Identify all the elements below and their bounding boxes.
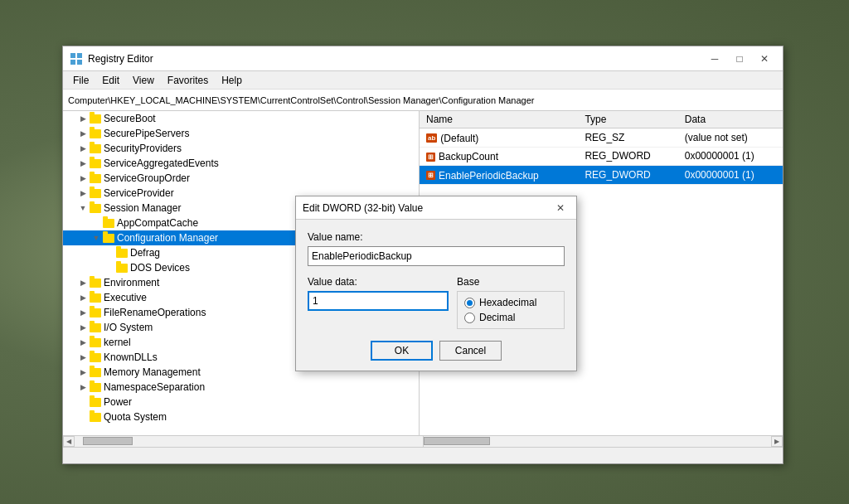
col-data: Data	[678, 111, 783, 128]
window-controls: ─ □ ✕	[703, 50, 776, 68]
expand-icon: ▶	[76, 174, 90, 182]
table-row[interactable]: ⊞ BackupCount REG_DWORD 0x00000001 (1)	[420, 147, 783, 166]
base-label: Base	[457, 276, 565, 288]
tree-item-secureboot[interactable]: ▶ SecureBoot	[63, 111, 419, 126]
menu-favorites[interactable]: Favorites	[161, 73, 215, 88]
close-button[interactable]: ✕	[753, 50, 776, 68]
menu-view[interactable]: View	[126, 73, 161, 88]
base-col: Base Hexadecimal Decimal	[457, 276, 565, 329]
reg-icon-hex2: ⊞ EnablePeriodicBackup	[426, 170, 539, 182]
dialog-row: Value data: Base Hexadecimal Decimal	[308, 276, 565, 329]
folder-icon	[116, 249, 128, 258]
tree-label: Memory Management	[104, 366, 201, 378]
tree-item-serviceaggregatedevents[interactable]: ▶ ServiceAggregatedEvents	[63, 156, 419, 171]
value-name-label: Value name:	[308, 231, 565, 243]
expand-icon: ▶	[76, 383, 90, 391]
registry-table: Name Type Data ab (Default) REG_SZ	[420, 111, 783, 185]
dialog-title: Edit DWORD (32-bit) Value	[303, 202, 551, 214]
row-name: ab (Default)	[420, 128, 578, 148]
value-data-label: Value data:	[308, 276, 449, 288]
titlebar: Registry Editor ─ □ ✕	[63, 46, 783, 71]
radio-circle-dec	[464, 313, 475, 323]
ok-button[interactable]: OK	[371, 341, 433, 361]
minimize-button[interactable]: ─	[703, 50, 726, 68]
value-data-input[interactable]	[308, 291, 449, 311]
tree-item-power[interactable]: ▶ Power	[63, 395, 419, 410]
folder-icon	[103, 219, 114, 228]
row-data: (value not set)	[678, 128, 783, 148]
folder-icon	[90, 308, 101, 317]
tree-label: Configuration Manager	[117, 232, 218, 244]
tree-item-securepipeservers[interactable]: ▶ SecurePipeServers	[63, 126, 419, 141]
folder-icon	[90, 189, 101, 198]
scroll-track-left[interactable]	[75, 436, 423, 447]
tree-label: KnownDLLs	[104, 351, 158, 363]
registry-editor-window: Registry Editor ─ □ ✕ File Edit View Fav…	[62, 46, 784, 464]
row-data: 0x00000001 (1)	[678, 166, 783, 185]
expand-icon: ▶	[76, 368, 90, 376]
restore-button[interactable]: □	[728, 50, 751, 68]
radio-label-hex: Hexadecimal	[479, 297, 536, 308]
h-scrollbar[interactable]: ◀ ▶	[63, 435, 783, 447]
menubar: File Edit View Favorites Help	[63, 71, 783, 90]
radio-hexadecimal[interactable]: Hexadecimal	[464, 297, 557, 308]
row-name: ⊞ EnablePeriodicBackup	[420, 166, 578, 185]
scroll-thumb-left[interactable]	[83, 437, 133, 445]
reg-icon-hex: ⊞ BackupCount	[426, 151, 498, 162]
folder-icon	[90, 279, 101, 288]
folder-icon	[90, 174, 101, 183]
row-type: REG_DWORD	[578, 166, 677, 185]
tree-item-namespaceseparation[interactable]: ▶ NamespaceSeparation	[63, 380, 419, 395]
expand-icon: ▼	[90, 234, 103, 242]
folder-icon	[103, 234, 114, 243]
tree-item-servicegrouporder[interactable]: ▶ ServiceGroupOrder	[63, 171, 419, 186]
radio-circle-hex	[464, 298, 475, 308]
row-data: 0x00000001 (1)	[678, 147, 783, 166]
expand-icon: ▶	[76, 279, 90, 287]
expand-icon: ▶	[76, 189, 90, 197]
value-data-col: Value data:	[308, 276, 449, 329]
menu-file[interactable]: File	[66, 73, 95, 88]
scroll-left-btn[interactable]: ◀	[63, 436, 75, 447]
radio-label-dec: Decimal	[479, 312, 515, 323]
scroll-track-right[interactable]	[424, 436, 772, 447]
tree-item-securityproviders[interactable]: ▶ SecurityProviders	[63, 141, 419, 156]
tree-label: Executive	[104, 292, 147, 303]
address-bar: Computer\HKEY_LOCAL_MACHINE\SYSTEM\Curre…	[63, 90, 783, 111]
tree-label: I/O System	[104, 322, 153, 333]
expand-icon: ▼	[76, 204, 90, 212]
svg-rect-1	[77, 53, 82, 58]
menu-help[interactable]: Help	[215, 73, 249, 88]
app-icon	[70, 52, 83, 65]
expand-icon: ▶	[76, 353, 90, 361]
folder-icon	[90, 398, 101, 407]
expand-icon: ▶	[76, 293, 90, 302]
expand-icon: ▶	[76, 114, 90, 123]
expand-icon: ▶	[76, 129, 90, 138]
row-type: REG_DWORD	[578, 147, 677, 166]
cancel-button[interactable]: Cancel	[439, 341, 502, 361]
expand-icon: ▶	[76, 144, 90, 153]
scroll-right-btn[interactable]: ▶	[771, 436, 783, 447]
scroll-thumb-right[interactable]	[424, 437, 490, 445]
tree-label: SecurePipeServers	[104, 128, 189, 139]
folder-icon	[90, 129, 101, 138]
tree-label: AppCompatCache	[117, 217, 198, 229]
radio-decimal[interactable]: Decimal	[464, 312, 557, 323]
value-name-input[interactable]	[308, 246, 565, 266]
status-bar	[63, 447, 783, 463]
folder-icon	[90, 413, 101, 422]
tree-label: Power	[104, 396, 132, 408]
tree-label: Defrag	[130, 247, 160, 259]
tree-label: SecurityProviders	[104, 143, 182, 154]
tree-item-quotasystem[interactable]: ▶ Quota System	[63, 410, 419, 424]
folder-icon	[90, 114, 101, 124]
svg-rect-0	[70, 53, 75, 58]
dialog-body: Value name: Value data: Base Hexadecimal	[296, 220, 576, 371]
tree-label: Session Manager	[104, 202, 181, 214]
dialog-close-button[interactable]: ✕	[551, 200, 570, 216]
table-row[interactable]: ab (Default) REG_SZ (value not set)	[420, 128, 783, 148]
tree-label: Quota System	[104, 411, 167, 423]
menu-edit[interactable]: Edit	[95, 73, 126, 88]
table-row-selected[interactable]: ⊞ EnablePeriodicBackup REG_DWORD 0x00000…	[420, 166, 783, 185]
